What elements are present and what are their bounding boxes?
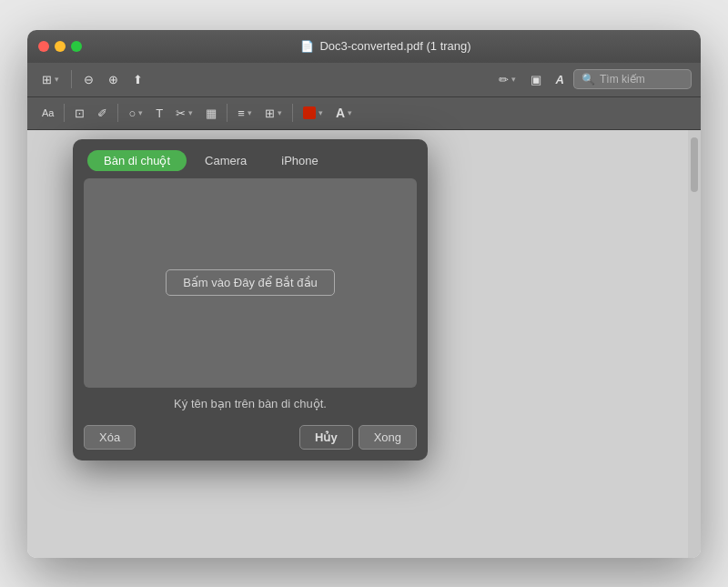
font2-button[interactable]: A <box>330 101 358 125</box>
font-icon: Aa <box>42 107 54 118</box>
zoom-out-button[interactable]: ⊖ <box>78 67 99 91</box>
title-bar-center: 📄 Doc3-converted.pdf (1 trang) <box>82 39 690 53</box>
title-bar: 📄 Doc3-converted.pdf (1 trang) <box>27 30 701 63</box>
separator5 <box>292 104 293 122</box>
document-icon: 📄 <box>300 40 314 53</box>
signature-drawing-area[interactable]: Bấm vào Đây để Bắt đầu <box>84 178 417 388</box>
separator2 <box>64 104 65 122</box>
table-icon: ▦ <box>206 106 217 120</box>
search-icon: 🔍 <box>581 73 595 86</box>
start-signature-button[interactable]: Bấm vào Đây để Bắt đầu <box>166 269 335 296</box>
cancel-button[interactable]: Hủy <box>299 425 353 450</box>
traffic-lights <box>38 41 82 52</box>
window-title: Doc3-converted.pdf (1 trang) <box>319 39 470 53</box>
close-button[interactable] <box>38 41 49 52</box>
share-icon: ⬆ <box>133 73 143 86</box>
shape-button[interactable]: ○ <box>123 101 148 125</box>
separator1 <box>71 70 72 88</box>
lines-button[interactable]: ≡ <box>232 101 258 125</box>
zoom-out-icon: ⊖ <box>84 73 94 86</box>
signature-button[interactable]: A <box>551 67 570 91</box>
modal-tabs: Bàn di chuột Camera iPhone <box>73 139 428 178</box>
draw-icon: ✐ <box>97 106 107 120</box>
sidebar-toggle-button[interactable]: ⊞ <box>36 67 65 91</box>
toolbar1: ⊞ ⊖ ⊕ ⬆ ✏ ▣ A 🔍 Tìm kiếm <box>27 63 701 97</box>
scrollbar-thumb[interactable] <box>691 137 698 192</box>
clear-button[interactable]: Xóa <box>84 425 136 450</box>
layout-button[interactable]: ⊞ <box>259 101 288 125</box>
tab-iphone[interactable]: iPhone <box>265 150 334 171</box>
zoom-in-button[interactable]: ⊕ <box>103 67 124 91</box>
select-button[interactable]: ⊡ <box>69 101 90 125</box>
pen-button[interactable]: ✏ <box>493 67 521 91</box>
font-button[interactable]: Aa <box>36 101 59 125</box>
zoom-in-icon: ⊕ <box>108 73 118 86</box>
stamp-button[interactable]: ▣ <box>525 67 547 91</box>
separator3 <box>117 104 118 122</box>
separator4 <box>227 104 228 122</box>
scissors-icon: ✂ <box>176 106 186 120</box>
select-icon: ⊡ <box>75 106 85 120</box>
done-button[interactable]: Xong <box>359 425 417 450</box>
minimize-button[interactable] <box>55 41 66 52</box>
search-placeholder: Tìm kiếm <box>600 73 645 86</box>
lines-icon: ≡ <box>238 106 245 120</box>
toolbar2: Aa ⊡ ✐ ○ T ✂ ▦ ≡ ⊞ <box>27 97 701 130</box>
text-button[interactable]: T <box>150 101 168 125</box>
text-icon: T <box>156 106 163 120</box>
share-button[interactable]: ⬆ <box>127 67 148 91</box>
main-window: 📄 Doc3-converted.pdf (1 trang) ⊞ ⊖ ⊕ ⬆ ✏… <box>27 30 701 558</box>
tab-camera[interactable]: Camera <box>188 150 263 171</box>
table-button[interactable]: ▦ <box>200 101 222 125</box>
modal-footer: Xóa Hủy Xong <box>73 418 428 460</box>
signature-modal: Bàn di chuột Camera iPhone Bấm vào Đây đ… <box>73 139 428 460</box>
signature-icon: A <box>556 73 564 86</box>
tab-trackpad[interactable]: Bàn di chuột <box>87 150 187 171</box>
draw-button[interactable]: ✐ <box>92 101 113 125</box>
content-area: Bàn di chuột Camera iPhone Bấm vào Đây đ… <box>27 130 701 558</box>
font2-icon: A <box>336 106 345 120</box>
pen-icon: ✏ <box>499 73 509 86</box>
shape-icon: ○ <box>128 106 136 120</box>
color-button[interactable] <box>298 101 329 125</box>
signature-instruction: Ký tên bạn trên bàn di chuột. <box>73 388 428 418</box>
layout-icon: ⊞ <box>265 106 275 120</box>
maximize-button[interactable] <box>71 41 82 52</box>
sidebar-icon: ⊞ <box>42 73 52 86</box>
scissors-button[interactable]: ✂ <box>170 101 198 125</box>
color-icon <box>303 106 316 119</box>
stamp-icon: ▣ <box>531 73 541 86</box>
scrollbar[interactable] <box>688 130 701 558</box>
search-box[interactable]: 🔍 Tìm kiếm <box>573 69 692 89</box>
